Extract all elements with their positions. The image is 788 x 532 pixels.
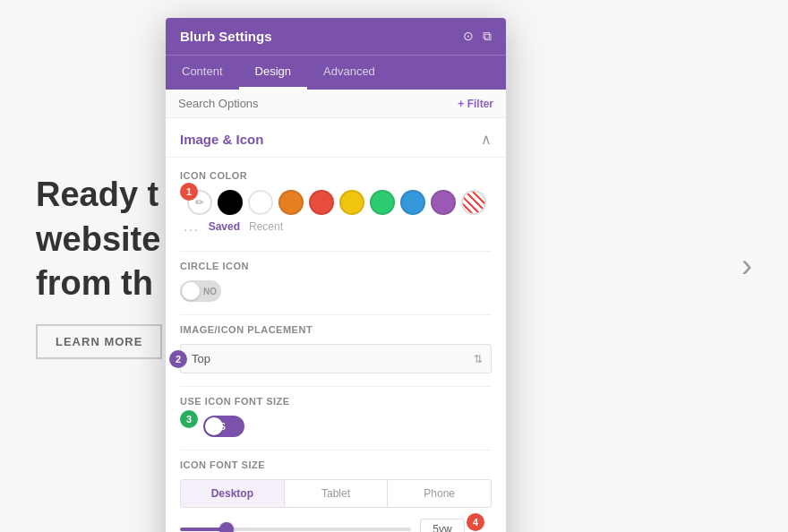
use-font-size-section: Use Icon Font Size 3 YES [180, 396, 492, 437]
color-swatch-blue[interactable] [400, 190, 425, 215]
badge-1: 1 [180, 183, 198, 201]
placement-select-container: Top Left Right ⇅ [180, 344, 492, 373]
font-size-label: Icon Font Size [180, 459, 492, 470]
device-tab-phone[interactable]: Phone [388, 480, 491, 507]
split-icon[interactable]: ⧉ [483, 29, 492, 44]
color-pencil-container: 1 ✏ [187, 190, 212, 215]
font-size-slider[interactable] [180, 528, 411, 531]
next-arrow-icon[interactable]: › [741, 247, 752, 285]
circle-icon-toggle-row: NO [180, 280, 492, 302]
collapse-icon[interactable]: ∧ [481, 131, 492, 148]
placement-section: Image/Icon Placement 2 Top Left Right ⇅ [180, 324, 492, 373]
badge-4: 4 [467, 513, 484, 531]
badge-2: 2 [169, 350, 187, 368]
tab-advanced[interactable]: Advanced [307, 56, 391, 90]
color-swatch-green[interactable] [370, 190, 395, 215]
recent-tab[interactable]: Recent [249, 220, 283, 233]
device-tabs: Desktop Tablet Phone [180, 479, 492, 508]
font-size-section: Icon Font Size Desktop Tablet Phone 5vw … [180, 459, 492, 532]
divider-4 [180, 450, 492, 450]
color-swatch-purple[interactable] [431, 190, 456, 215]
color-swatch-red[interactable] [309, 190, 334, 215]
settings-content: Icon Color 1 ✏ [166, 158, 506, 532]
use-font-size-toggle-row: 3 YES [180, 416, 492, 437]
color-swatch-none[interactable] [461, 190, 486, 215]
fullscreen-icon[interactable]: ⊙ [463, 29, 474, 44]
placement-select-wrapper: 2 Top Left Right ⇅ [180, 344, 492, 373]
placement-label: Image/Icon Placement [180, 324, 492, 335]
bg-left-content: Ready t website from th LEARN MORE [36, 173, 162, 358]
divider-2 [180, 314, 492, 315]
saved-tab[interactable]: Saved [209, 220, 240, 233]
image-icon-section-header: Image & Icon ∧ [166, 118, 506, 158]
color-swatch-yellow[interactable] [339, 190, 364, 215]
color-row: 1 ✏ [180, 190, 492, 215]
blurb-settings-panel: Blurb Settings ⊙ ⧉ Content Design Advanc… [166, 18, 506, 532]
toggle-no-label: NO [203, 287, 217, 296]
icon-color-label: Icon Color [180, 170, 492, 181]
tab-content[interactable]: Content [166, 56, 239, 90]
circle-icon-section: Circle Icon NO [180, 261, 492, 302]
panel-title: Blurb Settings [180, 29, 272, 44]
color-swatch-black[interactable] [218, 190, 243, 215]
toggle-knob [182, 282, 200, 300]
slider-row: 5vw 4 [180, 519, 492, 532]
tab-design[interactable]: Design [239, 56, 307, 90]
device-tab-tablet[interactable]: Tablet [285, 480, 389, 507]
divider-3 [180, 386, 492, 387]
color-swatch-orange[interactable] [278, 190, 304, 215]
search-input[interactable] [178, 97, 458, 110]
search-bar: + Filter [166, 90, 506, 118]
device-tab-desktop[interactable]: Desktop [181, 480, 285, 507]
panel-body: Image & Icon ∧ Icon Color 1 ✏ [166, 118, 506, 532]
more-dots[interactable]: ··· [184, 222, 200, 236]
learn-more-button[interactable]: LEARN MORE [36, 324, 162, 359]
panel-header: Blurb Settings ⊙ ⧉ [166, 18, 506, 55]
saved-recent-tabs: Saved Recent [209, 220, 283, 233]
filter-button[interactable]: + Filter [458, 98, 493, 110]
circle-icon-toggle[interactable]: NO [180, 280, 221, 302]
panel-header-icons: ⊙ ⧉ [463, 29, 492, 44]
section-title: Image & Icon [180, 132, 263, 147]
use-font-size-label: Use Icon Font Size [180, 396, 492, 407]
icon-color-section: Icon Color 1 ✏ [180, 170, 492, 238]
use-font-size-toggle[interactable]: YES [203, 416, 244, 437]
badge-3: 3 [180, 410, 198, 428]
tab-bar: Content Design Advanced [166, 55, 506, 90]
toggle-yes-knob [205, 417, 223, 435]
bg-text: Ready t website from th [36, 173, 162, 305]
divider-1 [180, 251, 492, 252]
circle-icon-label: Circle Icon [180, 261, 492, 271]
placement-select[interactable]: Top Left Right [180, 344, 492, 373]
color-swatch-white[interactable] [248, 190, 273, 215]
slider-value[interactable]: 5vw [420, 519, 465, 532]
